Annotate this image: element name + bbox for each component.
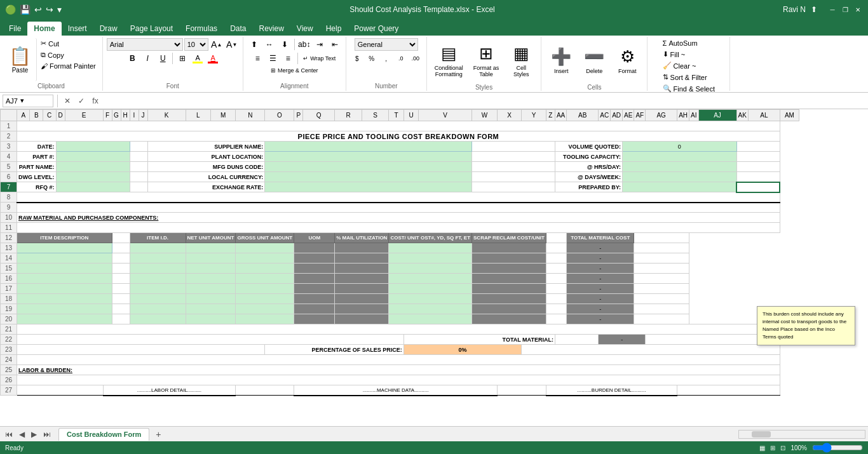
data-scrap-17[interactable] xyxy=(472,284,546,294)
data-net-19[interactable] xyxy=(186,304,236,314)
tab-help[interactable]: Help xyxy=(320,22,348,36)
name-box[interactable]: AJ7 ▾ xyxy=(3,95,53,107)
tab-view[interactable]: View xyxy=(290,22,320,36)
align-right-button[interactable]: ≡ xyxy=(281,52,295,65)
data-gross-13[interactable] xyxy=(236,243,294,253)
data-mail-15[interactable] xyxy=(335,264,389,274)
prepared-input[interactable] xyxy=(623,182,736,192)
data-gross-17[interactable] xyxy=(236,284,294,294)
data-cost-16[interactable] xyxy=(389,274,472,284)
cancel-formula-icon[interactable]: ✕ xyxy=(62,95,73,107)
data-total-20[interactable]: - xyxy=(567,314,634,324)
italic-button[interactable]: I xyxy=(140,52,154,65)
undo-icon[interactable]: ↩ xyxy=(34,4,42,15)
partname-input[interactable] xyxy=(56,162,130,172)
data-total-13[interactable]: - xyxy=(567,243,634,253)
data-uom-18[interactable] xyxy=(294,294,335,304)
data-total-19[interactable]: - xyxy=(567,304,634,314)
data-mail-16[interactable] xyxy=(335,274,389,284)
data-desc-17[interactable] xyxy=(17,284,112,294)
prev-sheet-icon[interactable]: ◀ xyxy=(17,429,27,440)
first-sheet-icon[interactable]: ⏮ xyxy=(3,429,15,440)
paste-button[interactable]: 📋 Paste xyxy=(4,38,37,81)
font-color-button[interactable]: A xyxy=(206,52,220,65)
tab-draw[interactable]: Draw xyxy=(93,22,124,36)
data-uom-17[interactable] xyxy=(294,284,335,294)
volume-input-cell[interactable]: 0 xyxy=(623,142,736,152)
data-mail-13[interactable] xyxy=(335,243,389,253)
data-mail-20[interactable] xyxy=(335,314,389,324)
data-net-16[interactable] xyxy=(186,274,236,284)
date-input-cell[interactable] xyxy=(56,142,130,152)
conditional-formatting-button[interactable]: ▤ ConditionalFormatting xyxy=(431,38,467,83)
data-gross-18[interactable] xyxy=(236,294,294,304)
data-uom-20[interactable] xyxy=(294,314,335,324)
data-total-14[interactable]: - xyxy=(567,253,634,264)
data-total-18[interactable]: - xyxy=(567,294,634,304)
cell-r1[interactable] xyxy=(17,121,780,131)
fill-color-button[interactable]: A xyxy=(191,52,205,65)
tab-data[interactable]: Data xyxy=(224,22,252,36)
data-cost-17[interactable] xyxy=(389,284,472,294)
decimal-decrease-button[interactable]: .00 xyxy=(409,52,423,65)
insert-function-icon[interactable]: fx xyxy=(90,95,101,107)
data-scrap-18[interactable] xyxy=(472,294,546,304)
minimize-button[interactable]: ─ xyxy=(827,4,837,15)
formula-input[interactable] xyxy=(104,95,865,107)
data-cost-15[interactable] xyxy=(389,264,472,274)
view-layout-icon[interactable]: ⊞ xyxy=(770,444,775,451)
cell-styles-button[interactable]: ▦ CellStyles xyxy=(505,38,537,83)
tab-review[interactable]: Review xyxy=(252,22,290,36)
data-id-18[interactable] xyxy=(130,294,186,304)
redo-icon[interactable]: ↪ xyxy=(46,4,53,15)
align-middle-button[interactable]: ↔ xyxy=(262,38,276,51)
data-desc-19[interactable] xyxy=(17,304,112,314)
data-net-14[interactable] xyxy=(186,253,236,264)
increase-font-button[interactable]: A▲ xyxy=(210,38,224,51)
data-scrap-14[interactable] xyxy=(472,253,546,264)
data-uom-16[interactable] xyxy=(294,274,335,284)
sheet-tab-cost-breakdown[interactable]: Cost Breakdown Form xyxy=(58,428,149,441)
data-net-20[interactable] xyxy=(186,314,236,324)
align-left-button[interactable]: ≡ xyxy=(250,52,264,65)
duns-input[interactable] xyxy=(265,162,472,172)
name-box-dropdown-icon[interactable]: ▾ xyxy=(20,97,24,105)
data-scrap-19[interactable] xyxy=(472,304,546,314)
data-id-16[interactable] xyxy=(130,274,186,284)
customize-icon[interactable]: ▾ xyxy=(57,4,62,15)
save-icon[interactable]: 💾 xyxy=(20,4,31,15)
h-scroll[interactable] xyxy=(738,430,865,439)
data-id-20[interactable] xyxy=(130,314,186,324)
data-id-14[interactable] xyxy=(130,253,186,264)
tab-formulas[interactable]: Formulas xyxy=(179,22,224,36)
border-button[interactable]: ⊞ xyxy=(175,52,189,65)
currency-button[interactable]: $ xyxy=(350,52,364,65)
cell-title[interactable]: PIECE PRICE AND TOOLING COST BREAKDOWN F… xyxy=(17,131,780,142)
data-mail-14[interactable] xyxy=(335,253,389,264)
fill-button[interactable]: ⬇ Fill ~ xyxy=(660,49,688,60)
data-gross-19[interactable] xyxy=(236,304,294,314)
supplier-input-cell[interactable] xyxy=(265,142,472,152)
data-mail-19[interactable] xyxy=(335,304,389,314)
data-net-15[interactable] xyxy=(186,264,236,274)
data-id-13[interactable] xyxy=(130,243,186,253)
ribbon-collapse-icon[interactable]: ⬆ xyxy=(811,5,817,14)
last-sheet-icon[interactable]: ⏭ xyxy=(41,429,53,440)
data-desc-16[interactable] xyxy=(17,274,112,284)
data-total-17[interactable]: - xyxy=(567,284,634,294)
data-cost-20[interactable] xyxy=(389,314,472,324)
plant-input[interactable] xyxy=(265,152,472,162)
sort-filter-button[interactable]: ⇅ Sort & Filter xyxy=(660,72,710,83)
data-id-19[interactable] xyxy=(130,304,186,314)
data-cost-13[interactable] xyxy=(389,243,472,253)
data-desc-14[interactable] xyxy=(17,253,112,264)
data-desc-20[interactable] xyxy=(17,314,112,324)
add-sheet-button[interactable]: + xyxy=(152,428,165,441)
data-mail-17[interactable] xyxy=(335,284,389,294)
confirm-formula-icon[interactable]: ✓ xyxy=(76,95,87,107)
data-gross-14[interactable] xyxy=(236,253,294,264)
data-gross-15[interactable] xyxy=(236,264,294,274)
data-cost-19[interactable] xyxy=(389,304,472,314)
rfq-input[interactable] xyxy=(56,182,130,192)
bold-button[interactable]: B xyxy=(125,52,139,65)
